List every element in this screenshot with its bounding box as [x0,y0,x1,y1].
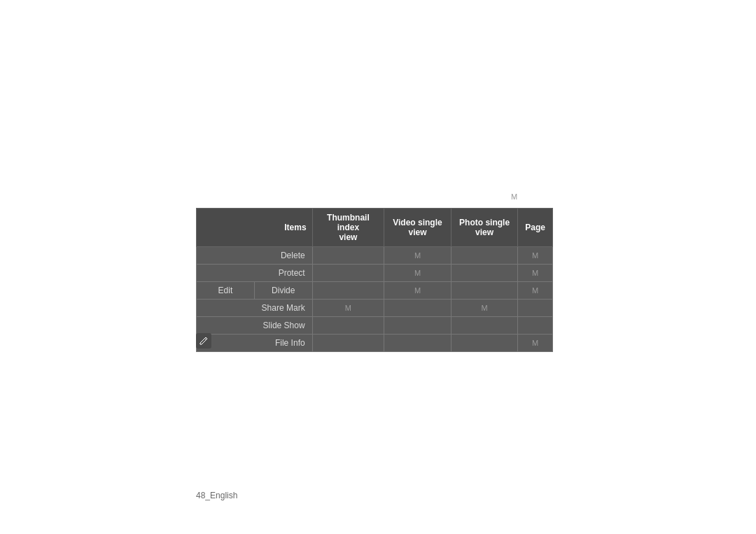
row-edit-thumb [312,282,384,300]
row-fileinfo: File Info M [197,335,553,352]
row-edit-video: M [384,282,451,300]
divide-label: Divide [255,282,312,299]
col-thumbnail: Thumbnail indexview [312,209,384,247]
row-fileinfo-thumb [312,335,384,352]
col-video: Video single view [384,209,451,247]
row-edit-divide: Edit Divide M M [197,282,553,300]
row-protect: Protect M M [197,265,553,282]
row-edit-photo [451,282,518,300]
row-slideshow-page [518,317,553,335]
row-protect-item: Protect [197,265,313,282]
row-protect-thumb [312,265,384,282]
row-slideshow-photo [451,317,518,335]
row-sharemark-page [518,300,553,317]
row-slideshow-item: Slide Show [197,317,313,335]
row-fileinfo-page: M [518,335,553,352]
row-sharemark-item: Share Mark [197,300,313,317]
row-fileinfo-photo [451,335,518,352]
edit-label: Edit [197,282,255,299]
page-number: 48_English [196,491,237,500]
row-sharemark-video [384,300,451,317]
col-items: Items [197,209,313,247]
row-fileinfo-video [384,335,451,352]
row-protect-photo [451,265,518,282]
row-slideshow-video [384,317,451,335]
col-photo: Photo single view [451,209,518,247]
row-sharemark: Share Mark M M [197,300,553,317]
row-delete-video: M [384,247,451,265]
col-page: Page [518,209,553,247]
row-protect-page: M [518,265,553,282]
row-edit-divide-item: Edit Divide [197,282,313,300]
features-table: Items Thumbnail indexview Video single v… [196,208,553,352]
row-delete-item: Delete [197,247,313,265]
row-delete-thumb [312,247,384,265]
row-delete: Delete M M [197,247,553,265]
row-fileinfo-item: File Info [197,335,313,352]
row-edit-page: M [518,282,553,300]
row-slideshow-thumb [312,317,384,335]
row-protect-video: M [384,265,451,282]
row-sharemark-photo: M [451,300,518,317]
row-slideshow: Slide Show [197,317,553,335]
table-wrapper: Items Thumbnail indexview Video single v… [196,208,553,352]
pencil-icon [199,336,209,346]
top-m-label: M [511,192,517,201]
page-container: M Items Thumbnail indexview Video single… [0,0,756,534]
row-delete-page: M [518,247,553,265]
footnote-icon [196,333,211,349]
row-delete-photo [451,247,518,265]
row-sharemark-thumb: M [312,300,384,317]
